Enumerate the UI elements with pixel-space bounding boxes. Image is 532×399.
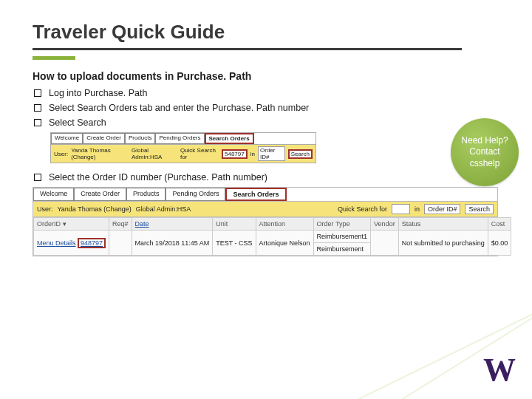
tab-products[interactable]: Products xyxy=(126,188,166,201)
screenshot-results: Welcome Create Order Products Pending Or… xyxy=(33,187,498,256)
cell-ordertype: Reimbursement1 xyxy=(313,231,371,243)
cell-date: March 19/2018 11:45 AM xyxy=(132,231,213,256)
step-text: Select Search xyxy=(49,117,106,128)
user-value: Yanda Thomas (Change) xyxy=(71,147,129,160)
tab-pending-orders[interactable]: Pending Orders xyxy=(166,188,225,201)
step-text: Log into Purchase. Path xyxy=(49,88,147,98)
cell-attention: Artonique Nelson xyxy=(256,231,313,256)
step-list: Select the Order ID number (Purchase. Pa… xyxy=(34,172,499,183)
col-header[interactable]: OrderID ▾ xyxy=(34,218,109,231)
accent-bar xyxy=(33,56,75,60)
quick-search-input[interactable]: 548797 xyxy=(222,149,248,159)
col-header[interactable]: Order Type xyxy=(313,218,371,231)
tab-create-order[interactable]: Create Order xyxy=(83,133,125,144)
tab-pending-orders[interactable]: Pending Orders xyxy=(155,133,204,144)
tab-welcome[interactable]: Welcome xyxy=(33,188,74,201)
col-header[interactable]: Req# xyxy=(109,218,132,231)
step-text: Select Search Orders tab and enter the P… xyxy=(49,103,309,113)
cell-status: Not submitted to purchasing xyxy=(398,231,488,256)
quick-search-input[interactable] xyxy=(392,204,410,214)
tab-welcome[interactable]: Welcome xyxy=(51,133,83,144)
order-id-select[interactable]: Order ID# xyxy=(258,146,285,161)
search-button[interactable]: Search xyxy=(288,149,313,159)
checkbox-icon xyxy=(34,89,41,97)
cell-req xyxy=(109,231,132,256)
section-subtitle: How to upload documents in Purchase. Pat… xyxy=(33,70,499,82)
screenshot-search-bar: Welcome Create Order Products Pending Or… xyxy=(50,132,316,163)
uw-logo: W xyxy=(483,351,516,389)
cell-unit: TEST - CSS xyxy=(213,231,256,256)
checkbox-icon xyxy=(34,104,41,112)
help-callout: Need Help? Contact csshelp xyxy=(451,118,519,186)
checkbox-icon xyxy=(34,119,41,126)
order-id-select[interactable]: Order ID# xyxy=(424,204,461,214)
col-header[interactable]: Date xyxy=(132,218,213,231)
in-label: in xyxy=(250,151,255,157)
col-header[interactable]: Cost xyxy=(488,218,511,231)
step-list: Log into Purchase. Path Select Search Or… xyxy=(34,88,499,128)
tab-search-orders[interactable]: Search Orders xyxy=(205,133,254,144)
table-row: Menu Details 948797 March 19/2018 11:45 … xyxy=(34,231,511,243)
in-label: in xyxy=(415,205,420,213)
page-title: Traveler Quick Guide xyxy=(33,21,462,50)
tab-products[interactable]: Products xyxy=(125,133,156,144)
user-label: User: xyxy=(37,205,53,213)
search-button[interactable]: Search xyxy=(465,204,494,214)
cell-cost: $0.00 xyxy=(488,231,511,256)
col-header[interactable]: Unit xyxy=(213,218,256,231)
order-id-link[interactable]: 948797 xyxy=(78,238,106,248)
role-label: Global Admin:HSA xyxy=(136,205,191,213)
checkbox-icon xyxy=(34,174,41,181)
menu-details-link[interactable]: Menu Details xyxy=(37,239,76,247)
step-text: Select the Order ID number (Purchase. Pa… xyxy=(49,172,267,183)
tab-search-orders[interactable]: Search Orders xyxy=(225,188,286,201)
col-header[interactable]: Vendor xyxy=(371,218,399,231)
cell-vendor xyxy=(371,231,399,256)
user-value: Yanda Thomas (Change) xyxy=(58,205,132,213)
role-label: Global Admin:HSA xyxy=(132,147,174,160)
quick-search-label: Quick Search for xyxy=(338,205,387,213)
tab-create-order[interactable]: Create Order xyxy=(74,188,126,201)
user-label: User: xyxy=(54,151,68,157)
quick-search-label: Quick Search for xyxy=(180,147,219,160)
col-header[interactable]: Status xyxy=(398,218,488,231)
cell-ordertype: Reimbursement xyxy=(313,243,371,256)
col-header[interactable]: Attention xyxy=(256,218,313,231)
results-table: OrderID ▾ Req# Date Unit Attention Order… xyxy=(33,217,511,256)
